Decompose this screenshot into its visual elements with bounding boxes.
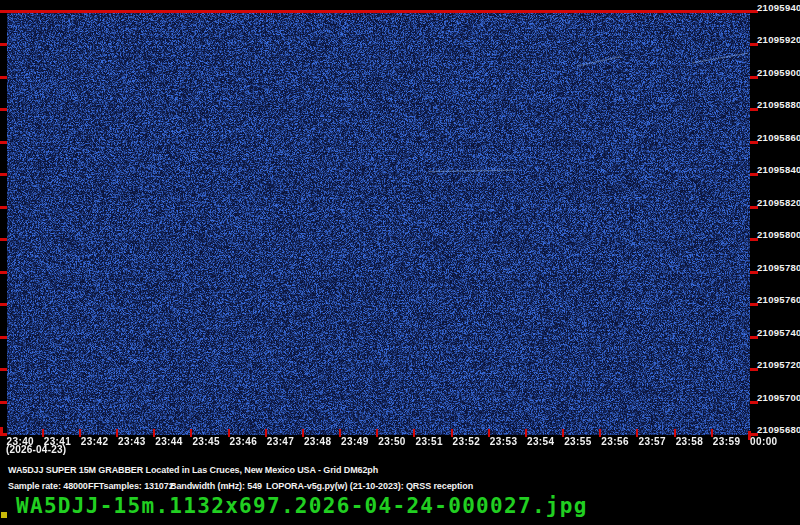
freq-tick-left: [0, 76, 7, 79]
settings-item: Bandwidth (mHz): 549: [170, 481, 262, 491]
freq-tick-left: [0, 271, 7, 274]
freq-tick-left: [0, 336, 7, 339]
freq-label: 21095760: [757, 295, 800, 305]
freq-tick-bottom-left: [0, 433, 7, 436]
time-label: 23:54: [527, 437, 555, 446]
freq-label: 21095880: [757, 100, 800, 110]
time-label: 23:52: [453, 437, 481, 446]
time-label: 23:43: [118, 437, 146, 446]
freq-label: 21095700: [757, 393, 800, 403]
freq-label: 21095780: [757, 263, 800, 273]
time-label: 23:48: [304, 437, 332, 446]
time-label: 23:55: [564, 437, 592, 446]
time-label: 23:57: [638, 437, 666, 446]
date-label: (2026-04-23): [6, 444, 66, 455]
freq-label: 21095680: [757, 425, 800, 435]
station-info-line: WA5DJJ SUPER 15M GRABBER Located in Las …: [8, 465, 378, 475]
time-label: 23:44: [155, 437, 183, 446]
freq-label: 21095720: [757, 360, 800, 370]
freq-tick-left: [0, 108, 7, 111]
yellow-corner-marker: [1, 512, 7, 518]
freq-tick-left: [0, 401, 7, 404]
freq-tick-left: [0, 43, 7, 46]
time-label: 23:58: [676, 437, 704, 446]
freq-label: 21095840: [757, 165, 800, 175]
time-label: 23:51: [415, 437, 443, 446]
freq-label: 21095860: [757, 133, 800, 143]
qrss-grabber-spectrogram: 2109594021095920210959002109588021095860…: [0, 0, 800, 525]
time-label: 23:46: [230, 437, 258, 446]
time-label: 23:56: [601, 437, 629, 446]
freq-tick-left: [0, 303, 7, 306]
time-label: 23:42: [81, 437, 109, 446]
time-label: 23:59: [713, 437, 741, 446]
freq-label: 21095940: [757, 3, 800, 13]
settings-item: LOPORA-v5g.py(w) (21-10-2023): QRSS rece…: [266, 481, 473, 491]
time-label: 23:49: [341, 437, 369, 446]
freq-label: 21095920: [757, 35, 800, 45]
freq-label: 21095820: [757, 198, 800, 208]
time-label: 23:53: [490, 437, 518, 446]
freq-tick-left: [0, 141, 7, 144]
time-label: 23:45: [192, 437, 220, 446]
spectrogram-waterfall: [7, 13, 750, 435]
time-label: 23:50: [378, 437, 406, 446]
time-label: 00:00: [750, 437, 778, 446]
time-label: 23:47: [267, 437, 295, 446]
freq-label: 21095900: [757, 68, 800, 78]
filename-caption: WA5DJJ-15m.1132x697.2026-04-24-000027.jp…: [16, 495, 588, 517]
freq-tick-left: [0, 173, 7, 176]
settings-item: FFTsamples: 131072: [88, 481, 174, 491]
freq-label: 21095740: [757, 328, 800, 338]
freq-tick-left: [0, 368, 7, 371]
freq-tick-left: [0, 238, 7, 241]
top-frequency-gridline: [0, 10, 758, 13]
freq-tick-left: [0, 206, 7, 209]
settings-item: Sample rate: 48000: [8, 481, 88, 491]
freq-label: 21095800: [757, 230, 800, 240]
